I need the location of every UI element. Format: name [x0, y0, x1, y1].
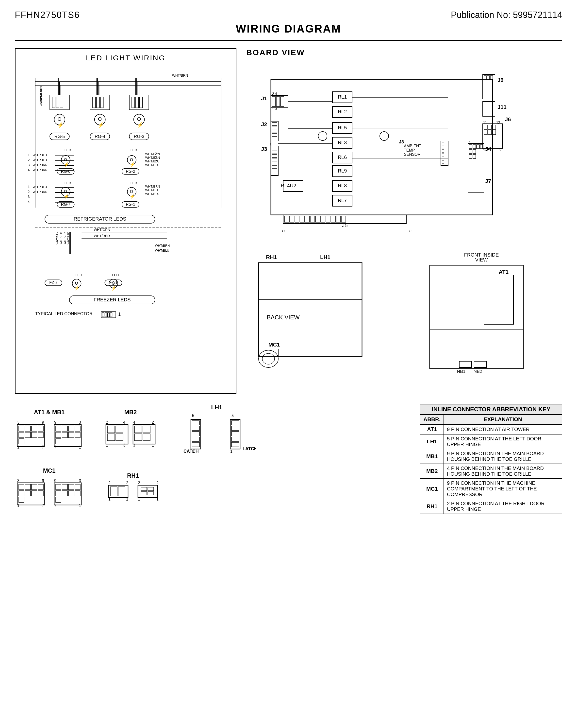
publication-number: Publication No: 5995721114	[451, 10, 562, 20]
svg-text:WHT/BRN: WHT/BRN	[172, 73, 188, 77]
svg-text:LED: LED	[131, 181, 137, 185]
svg-rect-222	[290, 216, 294, 222]
svg-text:WHT/BRN: WHT/BRN	[145, 185, 160, 188]
led-wiring-diagram: WHT/BRN WHT/BLU WHT/BRN O ⚡ RG-5	[21, 67, 231, 387]
svg-text:3: 3	[79, 420, 81, 424]
svg-rect-313	[134, 434, 142, 441]
svg-rect-338	[19, 484, 24, 490]
svg-text:WHT/BLU: WHT/BLU	[145, 163, 159, 167]
svg-text:2: 2	[152, 420, 154, 424]
svg-text:WHT/BLU: WHT/BLU	[33, 153, 47, 157]
svg-rect-241	[488, 130, 492, 135]
svg-text:1: 1	[138, 497, 140, 501]
svg-text:WHT/BLU: WHT/BLU	[33, 185, 47, 189]
svg-text:RG-2: RG-2	[126, 169, 135, 174]
svg-rect-150	[483, 102, 495, 116]
abbr-cell: RH1	[420, 499, 444, 514]
svg-text:1: 1	[108, 497, 111, 501]
svg-rect-344	[31, 491, 37, 496]
svg-point-261	[258, 350, 278, 367]
svg-text:3: 3	[123, 443, 125, 447]
svg-rect-345	[38, 491, 43, 496]
svg-text:WHT/GRN: WHT/GRN	[63, 231, 66, 244]
svg-text:J1: J1	[261, 95, 267, 102]
svg-rect-179	[272, 155, 277, 157]
svg-text:VIEW: VIEW	[475, 257, 488, 262]
svg-rect-367	[118, 487, 125, 496]
svg-rect-279	[25, 432, 30, 438]
svg-text:WHT/BLU: WHT/BLU	[145, 192, 159, 196]
mc1-label: MC1	[15, 467, 84, 474]
svg-rect-215	[473, 155, 476, 158]
svg-text:⚡: ⚡	[130, 194, 135, 199]
svg-rect-339	[25, 484, 30, 490]
svg-text:RH1: RH1	[266, 254, 277, 260]
svg-rect-178	[272, 151, 277, 154]
svg-text:O: O	[130, 158, 133, 162]
svg-text:2: 2	[155, 152, 157, 156]
svg-rect-282	[19, 439, 24, 444]
connector-row-2: MC1 3 9 1	[15, 467, 256, 511]
svg-rect-137	[105, 313, 107, 317]
svg-rect-155	[276, 97, 280, 106]
svg-rect-331	[231, 426, 239, 431]
svg-text:O: O	[409, 229, 412, 233]
svg-text:⚡: ⚡	[111, 285, 117, 291]
svg-rect-203	[442, 153, 444, 156]
svg-rect-37	[129, 95, 149, 110]
svg-rect-205	[442, 161, 444, 164]
svg-text:LED: LED	[75, 273, 82, 277]
svg-rect-11	[60, 97, 63, 108]
table-row: MB24 PIN CONNECTION IN THE MAIN BOARD HO…	[420, 464, 562, 478]
svg-text:RL7: RL7	[338, 198, 347, 203]
svg-rect-210	[476, 145, 479, 149]
abbr-cell: LH1	[420, 434, 444, 449]
svg-rect-280	[31, 432, 37, 438]
svg-rect-26	[97, 97, 100, 108]
svg-text:WHT/GRN: WHT/GRN	[94, 228, 110, 232]
svg-text:3: 3	[28, 195, 30, 199]
svg-text:3: 3	[28, 163, 30, 167]
svg-text:4: 4	[123, 420, 125, 424]
svg-text:⚡: ⚡	[57, 122, 64, 128]
mb2-label: MB2	[104, 409, 158, 416]
svg-text:LED: LED	[112, 273, 119, 277]
svg-rect-213	[473, 150, 476, 154]
svg-rect-240	[484, 130, 487, 135]
svg-rect-271	[474, 361, 486, 367]
svg-rect-324	[192, 432, 199, 436]
svg-text:CATCH: CATCH	[184, 449, 199, 454]
svg-rect-293	[62, 432, 67, 438]
svg-rect-276	[31, 426, 37, 431]
svg-text:O: O	[130, 189, 133, 194]
svg-rect-343	[25, 491, 30, 496]
svg-text:WHT/RED: WHT/RED	[67, 232, 70, 244]
svg-text:3: 3	[79, 478, 81, 483]
svg-rect-38	[132, 97, 135, 108]
header: FFHN2750TS6 Publication No: 5995721114	[15, 10, 562, 20]
svg-text:O: O	[98, 116, 102, 122]
svg-rect-238	[488, 125, 492, 129]
svg-text:12: 12	[496, 121, 500, 125]
back-view-diagram: RH1 LH1 BACK VIEW MC1	[246, 251, 389, 379]
svg-rect-346	[19, 497, 24, 502]
explanation-cell: 9 PIN CONNECTION AT AIR TOWER	[444, 424, 562, 434]
svg-text:NB2: NB2	[473, 369, 482, 374]
svg-text:J4: J4	[485, 146, 491, 152]
svg-text:RL5: RL5	[338, 125, 347, 130]
svg-text:RG-6: RG-6	[61, 169, 71, 174]
svg-rect-227	[315, 216, 320, 222]
main-content: LED LIGHT WIRING	[15, 48, 562, 394]
abbreviation-table-container: INLINE CONNECTOR ABBREVIATION KEY ABBR. …	[420, 404, 562, 514]
svg-rect-145	[483, 74, 495, 99]
explanation-cell: 2 PIN CONNECTION AT THE RIGHT DOOR UPPER…	[444, 499, 562, 514]
svg-rect-277	[38, 426, 43, 431]
svg-rect-167	[272, 130, 277, 133]
svg-text:MC1: MC1	[269, 342, 280, 348]
abbr-cell: MB1	[420, 449, 444, 464]
svg-rect-325	[192, 437, 199, 441]
svg-text:LH1: LH1	[320, 254, 330, 260]
title-divider	[15, 40, 562, 41]
svg-text:LED: LED	[131, 148, 137, 152]
svg-rect-322	[192, 421, 199, 425]
